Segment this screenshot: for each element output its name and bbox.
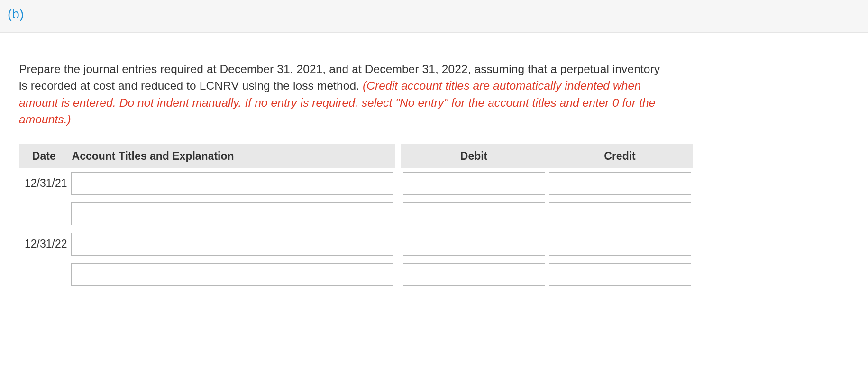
account-cell [69, 229, 395, 259]
account-cell [69, 199, 395, 229]
header-date: Date [19, 144, 69, 168]
credit-cell [547, 199, 693, 229]
header-account: Account Titles and Explanation [69, 144, 395, 168]
credit-input[interactable] [549, 233, 691, 256]
credit-input[interactable] [549, 263, 691, 286]
instructions-paragraph: Prepare the journal entries required at … [19, 61, 667, 128]
account-input[interactable] [71, 263, 393, 286]
gap-cell [395, 259, 401, 290]
credit-cell [547, 168, 693, 199]
table-row [19, 199, 693, 229]
debit-cell [401, 199, 547, 229]
date-cell [19, 199, 69, 229]
part-label: (b) [8, 7, 24, 21]
header-gap [395, 144, 401, 168]
debit-cell [401, 259, 547, 290]
gap-cell [395, 199, 401, 229]
debit-input[interactable] [403, 202, 545, 225]
journal-entry-table: Date Account Titles and Explanation Debi… [19, 144, 693, 290]
part-header: (b) [0, 0, 868, 33]
debit-cell [401, 168, 547, 199]
account-input[interactable] [71, 233, 393, 256]
account-input[interactable] [71, 202, 393, 225]
question-content: Prepare the journal entries required at … [0, 33, 688, 299]
date-cell: 12/31/21 [19, 168, 69, 199]
credit-input[interactable] [549, 202, 691, 225]
account-cell [69, 168, 395, 199]
table-row: 12/31/21 [19, 168, 693, 199]
credit-input[interactable] [549, 172, 691, 195]
credit-cell [547, 229, 693, 259]
account-input[interactable] [71, 172, 393, 195]
header-credit: Credit [547, 144, 693, 168]
debit-cell [401, 229, 547, 259]
date-cell: 12/31/22 [19, 229, 69, 259]
date-cell [19, 259, 69, 290]
credit-cell [547, 259, 693, 290]
debit-input[interactable] [403, 172, 545, 195]
account-cell [69, 259, 395, 290]
gap-cell [395, 229, 401, 259]
debit-input[interactable] [403, 263, 545, 286]
debit-input[interactable] [403, 233, 545, 256]
table-row [19, 259, 693, 290]
header-debit: Debit [401, 144, 547, 168]
table-row: 12/31/22 [19, 229, 693, 259]
gap-cell [395, 168, 401, 199]
